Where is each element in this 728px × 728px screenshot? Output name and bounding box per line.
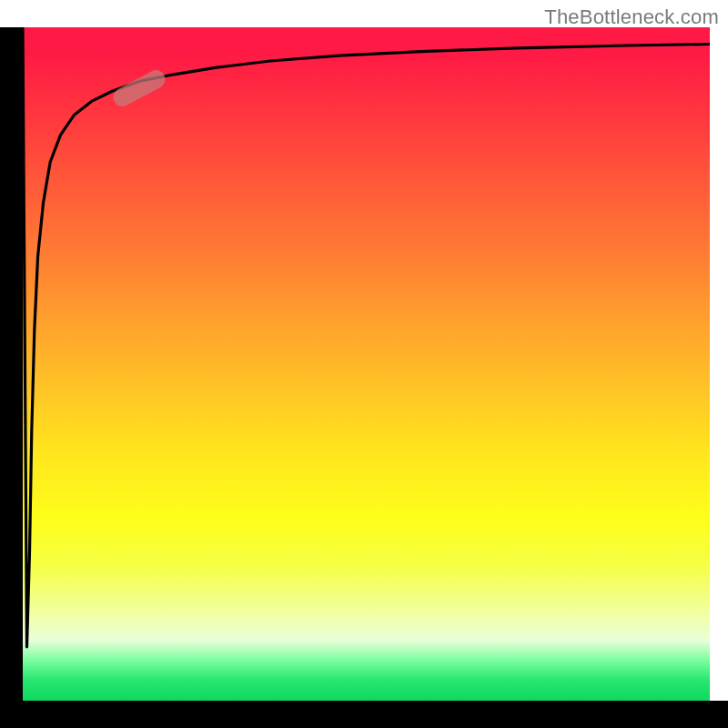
right-margin	[710, 27, 728, 701]
x-axis	[0, 701, 728, 728]
y-axis	[0, 27, 23, 701]
chart-frame: TheBottleneck.com	[0, 0, 728, 728]
watermark-text: TheBottleneck.com	[544, 5, 719, 29]
bottleneck-curve	[23, 27, 710, 701]
curve-path	[23, 27, 710, 647]
